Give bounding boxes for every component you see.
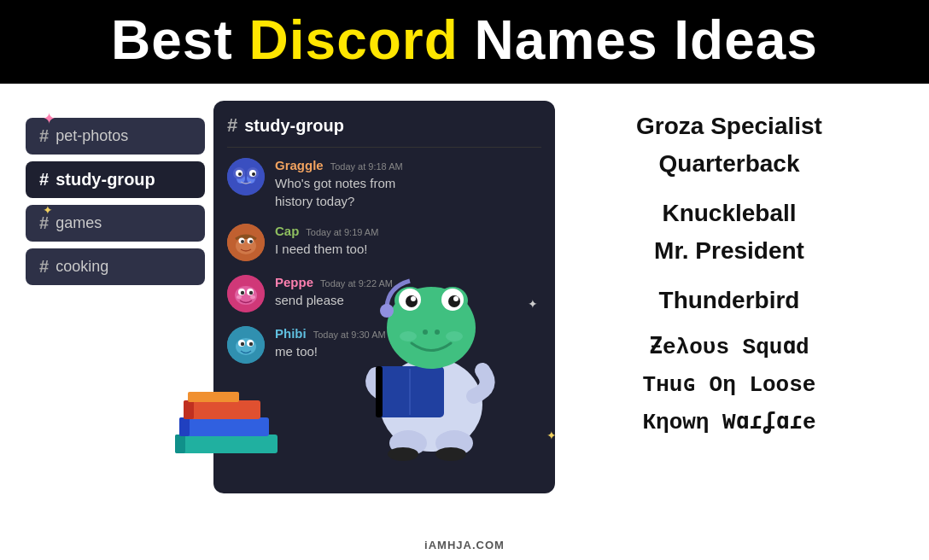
username-graggle: Graggle xyxy=(275,158,324,172)
name-thug-on-loose: Тнuɢ Оη Looѕе xyxy=(643,367,816,401)
hash-icon-1: # xyxy=(39,126,49,146)
channel-study-group[interactable]: # study-group xyxy=(26,161,205,198)
frog-character xyxy=(350,217,512,468)
title-discord: Discord xyxy=(249,9,459,71)
username-peppe: Peppe xyxy=(275,275,313,289)
watermark: iAMHJA.COM xyxy=(424,539,505,551)
hash-icon-2: # xyxy=(39,170,49,190)
chat-header: # study-group xyxy=(227,114,541,148)
page-title: Best Discord Names Ideas xyxy=(17,9,912,72)
channel-cooking[interactable]: # cooking xyxy=(26,248,205,285)
msg-time-graggle: Today at 9:18 AM xyxy=(330,161,403,172)
chat-channel-name: study-group xyxy=(244,116,344,136)
name-groza-specialist: Groza Specialist xyxy=(636,109,822,143)
channel-label-pet-photos: pet-photos xyxy=(56,127,128,145)
svg-point-39 xyxy=(388,447,418,461)
channel-label-games: games xyxy=(56,214,102,232)
message-graggle: Graggle Today at 9:18 AM Who's got notes… xyxy=(227,158,541,210)
sparkle-icon: ✦ xyxy=(528,297,538,311)
svg-point-56 xyxy=(400,331,417,341)
names-list: Groza Specialist Quarterback Knuckleball… xyxy=(555,101,903,493)
svg-rect-32 xyxy=(179,417,190,436)
main-content: ✦ ✦ # pet-photos # study-group # games #… xyxy=(0,84,929,510)
svg-point-13 xyxy=(241,240,244,243)
name-knuckleball: Knuckleball xyxy=(662,196,796,230)
avatar-cap xyxy=(227,224,265,261)
svg-point-54 xyxy=(435,330,440,335)
title-part1: Best xyxy=(111,9,249,71)
svg-rect-29 xyxy=(175,435,278,453)
channel-label-study-group: study-group xyxy=(56,170,155,190)
svg-point-20 xyxy=(249,291,253,295)
msg-content-graggle: Graggle Today at 9:18 AM Who's got notes… xyxy=(275,158,541,210)
title-part2: Names Ideas xyxy=(459,9,818,71)
hash-icon-4: # xyxy=(39,257,49,277)
name-known-warfare: Кηοwη Wɑɾʆɑɾе xyxy=(642,405,815,439)
header: Best Discord Names Ideas xyxy=(0,0,929,84)
channel-label-cooking: cooking xyxy=(56,258,108,276)
svg-point-21 xyxy=(237,295,242,299)
msg-header-graggle: Graggle Today at 9:18 AM xyxy=(275,158,541,172)
svg-point-51 xyxy=(411,296,416,301)
msg-text-graggle: Who's got notes fromhistory today? xyxy=(275,174,541,210)
svg-point-22 xyxy=(250,295,255,299)
svg-rect-35 xyxy=(188,392,239,402)
name-mr-president: Mr. President xyxy=(654,234,804,268)
avatar-graggle xyxy=(227,158,265,195)
name-quarterback: Quarterback xyxy=(659,147,800,181)
pink-sparkle-1: ✦ xyxy=(43,109,56,128)
svg-rect-30 xyxy=(175,435,185,453)
svg-point-52 xyxy=(453,296,459,301)
svg-point-57 xyxy=(446,331,463,341)
svg-point-10 xyxy=(236,237,256,254)
discord-mockup: ✦ ✦ # pet-photos # study-group # games #… xyxy=(26,101,555,493)
books-decoration xyxy=(171,388,282,468)
svg-rect-42 xyxy=(376,366,383,417)
svg-rect-34 xyxy=(184,400,194,419)
svg-point-0 xyxy=(227,158,265,195)
svg-point-14 xyxy=(249,240,253,243)
username-cap: Cap xyxy=(275,224,299,238)
avatar-phibi xyxy=(227,326,265,364)
yellow-sparkle-1: ✦ xyxy=(43,203,53,217)
chat-hash-icon: # xyxy=(227,114,237,137)
svg-point-40 xyxy=(435,447,466,461)
username-phibi: Phibi xyxy=(275,326,307,341)
svg-point-7 xyxy=(238,172,242,176)
svg-rect-31 xyxy=(179,417,269,436)
svg-point-53 xyxy=(423,330,428,335)
yellow-sparkle-2: ✦ xyxy=(546,429,557,442)
avatar-peppe xyxy=(227,275,265,312)
svg-point-8 xyxy=(252,172,255,176)
name-zealous-squad: Ƶеλουѕ Ѕquɑd xyxy=(649,330,809,364)
svg-rect-33 xyxy=(184,400,260,419)
svg-point-19 xyxy=(241,291,244,295)
svg-point-16 xyxy=(235,286,257,305)
svg-point-27 xyxy=(241,342,244,346)
svg-point-28 xyxy=(249,342,253,346)
svg-point-55 xyxy=(380,304,394,318)
name-thunderbird: Thunderbird xyxy=(659,283,800,318)
